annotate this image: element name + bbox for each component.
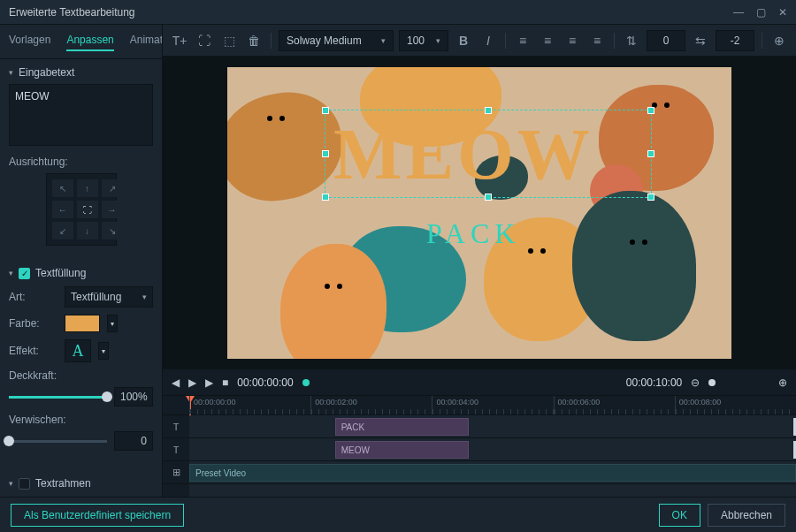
section-text-frame: ▾ Textrahmen Farbe: ▾ — [0, 470, 162, 497]
tab-customize[interactable]: Anpassen — [66, 34, 113, 51]
content-area: T+ ⛶ ⬚ 🗑 Solway Medium ▾ 100 ▾ B I ≡ ≡ ≡… — [163, 25, 796, 497]
font-select[interactable]: Solway Medium ▾ — [279, 30, 394, 51]
fill-type-select[interactable]: Textfüllung ▾ — [65, 286, 153, 308]
input-text-heading[interactable]: ▾ Eingabetext — [9, 66, 153, 79]
text-fill-label: Textfüllung — [35, 267, 86, 279]
timeline-tracks[interactable]: 00:00:00:00 00:00:02:00 00:00:04:00 00:0… — [189, 396, 796, 497]
blur-value[interactable]: 0 — [114, 431, 153, 451]
letter-spacing-input[interactable]: -2 — [716, 30, 754, 51]
align-justify-icon[interactable]: ≡ — [587, 31, 607, 50]
input-text-label: Eingabetext — [19, 66, 74, 79]
save-custom-button[interactable]: Als Benutzerdefiniert speichern — [11, 504, 184, 527]
text-fill-checkbox[interactable]: ✓ — [19, 268, 30, 279]
bold-button[interactable]: B — [454, 31, 473, 50]
alignment-label: Ausrichtung: — [9, 156, 153, 168]
crop-icon[interactable]: ⛶ — [195, 31, 214, 50]
footer: Als Benutzerdefiniert speichern OK Abbre… — [0, 497, 796, 532]
tab-animation[interactable]: Animation — [130, 34, 163, 51]
minimize-icon[interactable]: — — [733, 6, 744, 19]
track-label-text1[interactable]: T — [163, 415, 189, 438]
transform-icon[interactable]: ⬚ — [219, 31, 239, 50]
preview-text-main[interactable]: MEOW — [333, 113, 593, 196]
ruler-tick: 00:00:08:00 — [675, 396, 796, 414]
blur-label: Verwischen: — [9, 414, 153, 426]
fill-effect-preview[interactable]: A — [65, 339, 91, 362]
align-left-icon[interactable]: ≡ — [513, 31, 532, 50]
text-frame-checkbox[interactable] — [19, 478, 30, 490]
opacity-slider[interactable] — [9, 396, 107, 399]
timeline-track[interactable]: MEOW — [189, 438, 796, 461]
align-tr[interactable]: ↗ — [102, 179, 123, 197]
timeline-track[interactable]: PACK — [189, 415, 796, 438]
chevron-down-icon: ▾ — [436, 36, 440, 45]
align-br[interactable]: ↘ — [102, 222, 123, 239]
current-time: 00:00:00:00 — [237, 376, 293, 389]
delete-icon[interactable]: 🗑 — [244, 31, 264, 50]
align-mc[interactable]: ⛶ — [77, 201, 98, 218]
fill-effect-label: Effekt: — [9, 345, 57, 357]
blur-slider[interactable] — [9, 440, 107, 443]
maximize-icon[interactable]: ▢ — [756, 6, 766, 19]
opacity-value[interactable]: 100% — [114, 387, 153, 407]
fill-type-value: Textfüllung — [71, 291, 121, 303]
ruler-tick: 00:00:06:00 — [554, 396, 675, 414]
zoom-out-button[interactable]: ⊖ — [691, 376, 700, 389]
track-label-video[interactable]: ⊞ — [163, 461, 189, 484]
settings-icon[interactable]: ⊕ — [769, 31, 789, 50]
tab-templates[interactable]: Vorlagen — [9, 34, 50, 51]
stop-button[interactable]: ■ — [222, 376, 228, 389]
italic-button[interactable]: I — [478, 31, 498, 50]
timeline: T T ⊞ 00:00:00:00 00:00:02:00 00:00:04:0… — [163, 395, 796, 497]
track-label-text2[interactable]: T — [163, 438, 189, 461]
font-size-select[interactable]: 100 ▾ — [399, 30, 448, 51]
fill-color-swatch[interactable] — [65, 315, 100, 332]
ruler-spacer — [163, 396, 189, 415]
sidebar: Vorlagen Anpassen Animation ▾ Eingabetex… — [0, 25, 163, 497]
zoom-indicator[interactable] — [708, 379, 716, 386]
timeline-track-labels: T T ⊞ — [163, 396, 189, 497]
timeline-track[interactable]: Preset Video — [189, 461, 796, 484]
play-button[interactable]: ▶ — [188, 376, 196, 389]
text-fill-heading[interactable]: ▾ ✓ Textfüllung — [9, 267, 153, 279]
align-mr[interactable]: → — [102, 201, 123, 218]
prev-frame-button[interactable]: ◀ — [172, 376, 180, 389]
total-time: 00:00:10:00 — [626, 376, 682, 389]
zoom-in-button[interactable]: ⊕ — [778, 376, 787, 389]
timeline-clip-video[interactable]: Preset Video — [189, 464, 796, 482]
playback-marker — [302, 379, 310, 386]
fill-effect-dropdown[interactable]: ▾ — [98, 342, 109, 360]
play-forward-button[interactable]: ▶ — [205, 376, 213, 389]
fill-color-label: Farbe: — [9, 317, 57, 330]
align-bc[interactable]: ↓ — [77, 222, 98, 239]
fill-color-dropdown[interactable]: ▾ — [107, 315, 118, 332]
line-height-input[interactable]: 0 — [647, 30, 685, 51]
align-bl[interactable]: ↙ — [52, 222, 73, 239]
ruler-tick: 00:00:00:00 — [189, 396, 310, 414]
text-frame-heading[interactable]: ▾ Textrahmen — [9, 477, 153, 490]
letter-spacing-icon[interactable]: ⇆ — [691, 31, 710, 50]
resize-handle[interactable] — [322, 194, 329, 201]
opacity-label: Deckkraft: — [9, 369, 153, 382]
cancel-button[interactable]: Abbrechen — [708, 504, 785, 527]
chevron-down-icon: ▾ — [381, 36, 386, 45]
chevron-down-icon: ▾ — [142, 293, 147, 301]
input-text-field[interactable] — [9, 84, 153, 146]
text-toolbar: T+ ⛶ ⬚ 🗑 Solway Medium ▾ 100 ▾ B I ≡ ≡ ≡… — [163, 25, 796, 57]
close-icon[interactable]: ✕ — [778, 6, 787, 19]
add-text-icon[interactable]: T+ — [170, 31, 189, 50]
align-center-icon[interactable]: ≡ — [538, 31, 557, 50]
align-right-icon[interactable]: ≡ — [563, 31, 582, 50]
timeline-clip-meow[interactable]: MEOW — [335, 441, 469, 459]
timeline-clip-pack[interactable]: PACK — [335, 418, 469, 436]
artboard[interactable]: MEOW PACK — [227, 67, 731, 359]
timeline-ruler[interactable]: 00:00:00:00 00:00:02:00 00:00:04:00 00:0… — [189, 396, 796, 415]
section-input-text: ▾ Eingabetext Ausrichtung: ↖ ↑ ↗ ← ⛶ → ↙… — [0, 59, 162, 253]
align-tl[interactable]: ↖ — [52, 179, 73, 197]
preview-canvas[interactable]: MEOW PACK — [163, 57, 796, 369]
line-height-icon[interactable]: ⇅ — [622, 31, 641, 50]
fill-type-label: Art: — [9, 291, 57, 303]
preview-text-sub[interactable]: PACK — [426, 217, 520, 250]
align-tc[interactable]: ↑ — [77, 179, 98, 197]
align-ml[interactable]: ← — [52, 201, 73, 218]
ok-button[interactable]: OK — [659, 504, 700, 527]
